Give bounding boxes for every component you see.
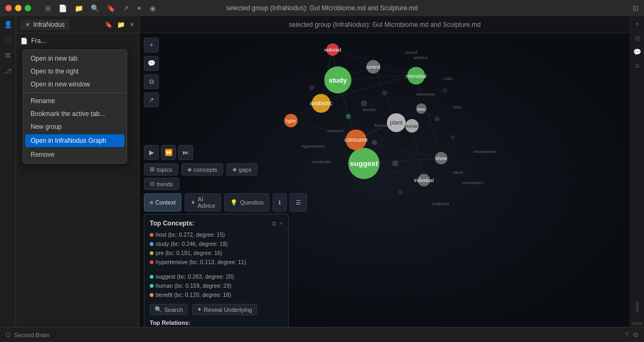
right-chat-icon[interactable]: 💬 — [633, 48, 641, 56]
titlebar-center: selected group (InfraNodus): Gut Microbi… — [226, 4, 418, 12]
context-open-new-window[interactable]: Open in new window — [23, 78, 127, 91]
concepts-list: host (bc: 0.272, degree: 15) study (bc: … — [150, 231, 283, 300]
forward-button[interactable]: ⏩ — [161, 145, 176, 160]
tab-question[interactable]: 💡 Question — [224, 193, 269, 212]
concept-dot-benefit — [150, 293, 153, 297]
panel-bookmark-icon[interactable]: 🔖 — [105, 21, 113, 28]
panel-close-icon[interactable]: ✕ — [129, 21, 135, 28]
panel-tabs: ≡ Context ✦ AI Advice 💡 Question ℹ ☰ — [144, 193, 289, 212]
context-open-right[interactable]: Open to the right — [23, 65, 127, 78]
context-open-infranodus[interactable]: Open in InfraNodus Graph — [25, 134, 125, 147]
context-remove[interactable]: Remove — [23, 148, 127, 161]
zoom-value: 291% — [632, 321, 642, 326]
node-label-individual: individual — [414, 178, 434, 183]
svg-point-41 — [398, 190, 403, 195]
panel-controls-2: ⊙ trends — [144, 178, 289, 190]
label-bound: bound — [406, 50, 418, 55]
folder-icon[interactable]: 📁 — [75, 4, 83, 12]
settings-button[interactable]: ⚙ — [633, 331, 639, 339]
concept-pre: human (bc: 0.159, degree: 29) — [150, 282, 234, 289]
sidebar-layers-icon[interactable]: ⬡ — [5, 36, 11, 44]
folder-item-infranodus[interactable]: ▼ InfraNodus — [20, 19, 69, 30]
right-layers-icon[interactable]: ≡ — [635, 62, 639, 70]
file-item-label: Fra... — [31, 37, 46, 45]
node-label-reduced: reduced — [324, 47, 341, 53]
concepts-button[interactable]: ◈ concepts — [181, 163, 223, 176]
svg-point-32 — [361, 100, 367, 107]
context-rename[interactable]: Rename — [23, 94, 127, 107]
label-hyper: hypertension — [301, 144, 325, 149]
traffic-light-maximize[interactable] — [25, 5, 31, 11]
bottom-left: ⬡ Second Brain — [5, 331, 49, 338]
tab-ai-advice[interactable]: ✦ AI Advice — [185, 193, 221, 212]
svg-point-33 — [382, 90, 387, 96]
graph-controls-left: + 💬 ⧉ ↗ — [144, 38, 159, 107]
context-bookmark[interactable]: Bookmark the active tab... — [23, 107, 127, 120]
traffic-light-minimize[interactable] — [15, 5, 21, 11]
node-label-consume: consume — [345, 136, 368, 143]
file-panel-header-icons: 🔖 📁 ✕ — [105, 21, 135, 28]
concept-benefit: benefit (bc: 0.120, degree: 18) — [150, 292, 234, 298]
tab-context[interactable]: ≡ Context — [144, 193, 181, 212]
panel-folder-icon[interactable]: 📁 — [117, 21, 125, 28]
copy-concepts-icon[interactable]: ⧉ — [272, 220, 276, 227]
context-new-group[interactable]: New group — [23, 120, 127, 133]
node-label-microbial: microbial — [406, 73, 427, 79]
concept-study: study (bc: 0.246, degree: 18) — [150, 241, 246, 247]
concept-dot-suggest — [150, 275, 153, 279]
relations-title: Top Relations: — [150, 319, 283, 326]
sidebar-files-icon[interactable]: 👤 — [4, 20, 12, 28]
tools-icon[interactable]: ✦ — [136, 4, 142, 12]
bookmark-icon[interactable]: 🔖 — [107, 4, 115, 12]
node-label-show: show — [436, 156, 447, 161]
search-button[interactable]: 🔍 Search — [150, 304, 188, 315]
file-tree-item[interactable]: 📄 Fra... — [16, 35, 139, 46]
zoom-in-button[interactable]: + — [144, 38, 159, 53]
tab-list[interactable]: ☰ — [290, 193, 307, 212]
concept-dot-human — [150, 251, 153, 255]
label-involvement: involvement — [473, 149, 496, 154]
skip-button[interactable]: ⏭ — [178, 145, 193, 160]
expand-concepts-icon[interactable]: + — [280, 220, 283, 227]
svg-point-35 — [392, 160, 399, 166]
graph-title: selected group (InfraNodus): Gut Microbi… — [289, 21, 481, 28]
right-target-icon[interactable]: ◎ — [635, 34, 640, 42]
concept-suggest: suggest (bc: 0.263, degree: 20) — [150, 273, 234, 280]
reveal-underlying-button[interactable]: ✦ Reveal Underlying — [192, 304, 257, 315]
gaps-button[interactable]: ◈ gaps — [226, 163, 258, 176]
help-button[interactable]: ? — [625, 331, 628, 339]
topics-button[interactable]: ⊞ topics — [144, 163, 178, 176]
topics-icon: ⊞ — [150, 166, 155, 173]
titlebar-right: ⊡ — [633, 4, 639, 12]
concept-dot-host — [150, 233, 153, 237]
chat-button[interactable]: 💬 — [144, 56, 159, 71]
label-measure: measure — [327, 128, 343, 133]
info-panel: Top Concepts: ⧉ + host (bc: 0.272, degre… — [144, 214, 289, 342]
play-button[interactable]: ▶ — [144, 145, 159, 160]
concept-host: host (bc: 0.272, degree: 15) — [150, 231, 246, 238]
export-button[interactable]: ↗ — [144, 92, 159, 107]
traffic-light-close[interactable] — [5, 5, 12, 11]
node-label-plant: plant — [390, 119, 402, 126]
share-icon[interactable]: ↗ — [123, 4, 129, 12]
question-icon: 💡 — [230, 199, 238, 206]
graph-icon[interactable]: ◉ — [150, 4, 156, 12]
node-label-type: type — [286, 118, 296, 123]
sidebar-command-icon[interactable]: ⌘ — [4, 52, 11, 60]
sidebar-toggle-icon[interactable]: ⊞ — [45, 4, 51, 12]
copy-button[interactable]: ⧉ — [144, 74, 159, 89]
tab-info[interactable]: ℹ — [273, 193, 287, 212]
trends-button[interactable]: ⊙ trends — [144, 178, 179, 190]
layout-icon[interactable]: ⊡ — [633, 4, 639, 12]
concept-human: pre (bc: 0.191, degree: 16) — [150, 250, 246, 256]
svg-point-37 — [372, 140, 377, 145]
node-label-study: study — [329, 77, 347, 84]
right-plus-icon[interactable]: + — [635, 20, 639, 28]
sidebar-git-icon[interactable]: ⎇ — [4, 67, 12, 75]
file-panel-header: ▼ InfraNodus 🔖 📁 ✕ — [16, 16, 139, 33]
context-open-new-tab[interactable]: Open in new tab — [23, 52, 127, 65]
search-icon[interactable]: 🔍 — [91, 4, 99, 12]
file-icon[interactable]: 📄 — [58, 4, 67, 12]
titlebar-left: ⊞ 📄 📁 🔍 🔖 ↗ ✦ ◉ — [5, 4, 156, 12]
list-icon: ☰ — [296, 199, 301, 206]
